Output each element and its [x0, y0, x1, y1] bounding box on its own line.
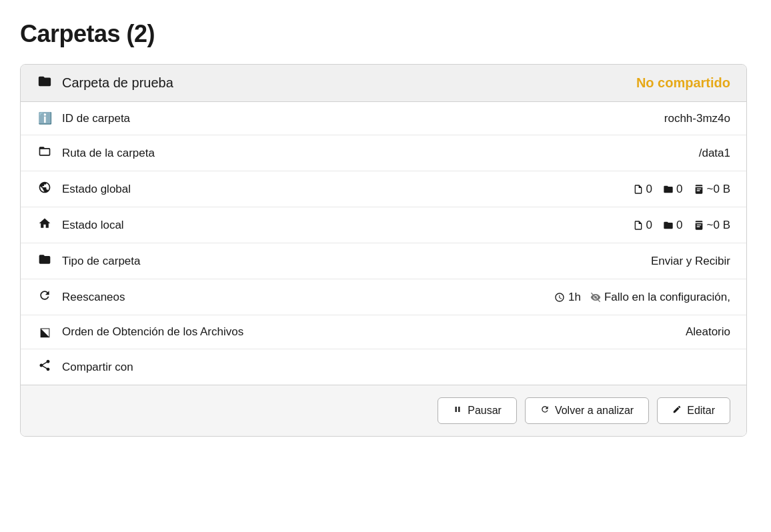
folder-type-icon	[37, 253, 53, 269]
pause-icon	[453, 405, 462, 417]
local-folders: 0	[663, 219, 682, 232]
home-icon	[37, 217, 53, 233]
card-footer: Pausar Volver a analizar Editar	[21, 385, 746, 436]
rescan-time: 1h	[554, 291, 581, 304]
share-icon	[37, 359, 53, 375]
value-folder-type: Enviar y Recibir	[651, 255, 730, 268]
global-size: ~0 B	[694, 183, 730, 196]
label-folder-id: ID de carpeta	[62, 112, 130, 125]
reanalyze-label: Volver a analizar	[555, 405, 634, 417]
value-global-status: 0 0 ~0 B	[633, 183, 730, 196]
row-folder-path: Ruta de la carpeta /data1	[21, 135, 746, 171]
label-share-with: Compartir con	[62, 361, 133, 374]
label-folder-type: Tipo de carpeta	[62, 255, 141, 268]
row-share-with: Compartir con	[21, 349, 746, 385]
pause-button[interactable]: Pausar	[438, 397, 517, 424]
global-files: 0	[633, 183, 652, 196]
edit-icon	[672, 405, 682, 417]
local-files: 0	[633, 219, 652, 232]
label-local-status: Estado local	[62, 219, 124, 232]
label-rescans: Reescaneos	[62, 291, 125, 304]
folder-header-icon	[37, 74, 53, 92]
pause-label: Pausar	[468, 405, 502, 417]
page-title: Carpetas (2)	[20, 20, 751, 48]
card-header: Carpeta de prueba No compartido	[21, 65, 746, 102]
card-body: ℹ️ ID de carpeta rochh-3mz4o Ruta de la …	[21, 102, 746, 385]
rescan-status: Fallo en la configuración,	[590, 291, 730, 304]
edit-label: Editar	[687, 405, 715, 417]
row-folder-id: ℹ️ ID de carpeta rochh-3mz4o	[21, 102, 746, 135]
value-fetch-order: Aleatorio	[686, 325, 730, 339]
folder-share-status: No compartido	[636, 75, 730, 91]
label-fetch-order: Orden de Obtención de los Archivos	[62, 325, 243, 339]
row-fetch-order: ⬕ Orden de Obtención de los Archivos Ale…	[21, 315, 746, 349]
local-size: ~0 B	[694, 219, 730, 232]
row-local-status: Estado local 0 0 ~0 B	[21, 207, 746, 243]
global-folders: 0	[663, 183, 682, 196]
card-header-left: Carpeta de prueba	[37, 74, 173, 92]
row-folder-type: Tipo de carpeta Enviar y Recibir	[21, 243, 746, 279]
edit-button[interactable]: Editar	[657, 397, 730, 424]
info-icon: ℹ️	[37, 111, 53, 125]
value-folder-id: rochh-3mz4o	[664, 112, 730, 125]
label-folder-path: Ruta de la carpeta	[62, 147, 155, 160]
label-global-status: Estado global	[62, 183, 131, 196]
globe-icon	[37, 181, 53, 197]
reanalyze-icon	[540, 405, 550, 417]
folder-path-icon	[37, 145, 53, 161]
folder-card: Carpeta de prueba No compartido ℹ️ ID de…	[20, 64, 747, 437]
rescan-icon	[37, 289, 53, 305]
folder-name: Carpeta de prueba	[62, 75, 173, 91]
value-rescans: 1h Fallo en la configuración,	[554, 291, 730, 304]
fetch-order-icon: ⬕	[37, 325, 53, 339]
value-folder-path: /data1	[699, 147, 730, 160]
value-local-status: 0 0 ~0 B	[633, 219, 730, 232]
reanalyze-button[interactable]: Volver a analizar	[525, 397, 649, 424]
row-global-status: Estado global 0 0 ~0 B	[21, 171, 746, 207]
row-rescans: Reescaneos 1h Fallo en la configuración,	[21, 279, 746, 315]
